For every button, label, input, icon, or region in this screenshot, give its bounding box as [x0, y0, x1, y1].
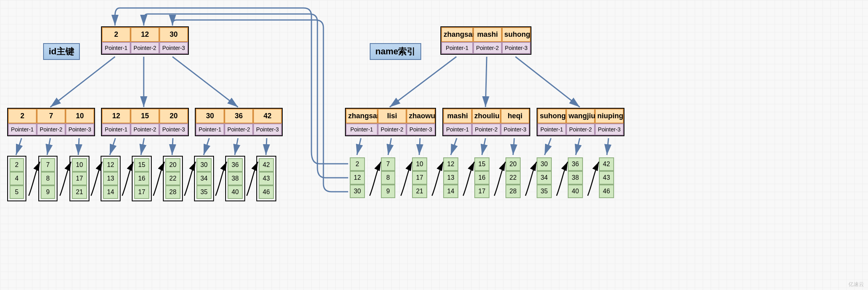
leaf-cell: 22: [505, 171, 521, 185]
leaf-cell: 30: [196, 158, 212, 172]
leaf-cell: 43: [599, 171, 614, 185]
leaf-cell: 5: [10, 185, 24, 199]
leaf-block: 101721: [69, 156, 89, 201]
svg-line-19: [482, 138, 486, 155]
leaf-cell: 20: [165, 158, 180, 172]
leaf-cell: 8: [41, 172, 55, 185]
leaf-cell: 36: [228, 158, 243, 172]
id-root-key: 2: [102, 27, 131, 42]
name-internal-key: zhouliu: [472, 109, 501, 123]
name-root-key: mashi: [473, 27, 502, 42]
svg-line-8: [172, 138, 173, 155]
svg-line-14: [515, 57, 580, 107]
svg-line-22: [576, 138, 580, 155]
id-internal-key: 2: [8, 109, 37, 123]
id-root-ptr: Pointer-2: [131, 42, 159, 54]
leaf-block: 363840: [225, 156, 245, 201]
name-internal-ptr: Pointer-2: [566, 123, 595, 135]
leaf-block: 121314: [101, 156, 121, 201]
leaf-block: 245: [7, 156, 26, 201]
leaf-block: 202228: [504, 156, 522, 200]
id-root-ptr: Pointer-3: [159, 42, 188, 54]
leaf-cell: 9: [41, 185, 55, 199]
leaf-cell: 28: [505, 185, 521, 198]
leaf-cell: 4: [10, 172, 24, 185]
svg-line-9: [204, 138, 209, 155]
id-internal-ptr: Pointer-1: [196, 123, 224, 135]
id-internal-key: 30: [196, 109, 224, 123]
leaf-block: 101721: [410, 156, 429, 200]
leaf-cell: 13: [443, 171, 458, 185]
leaf-block: 424346: [597, 156, 616, 200]
leaf-cell: 17: [412, 171, 427, 185]
leaf-cell: 34: [537, 171, 552, 185]
svg-line-15: [357, 138, 361, 155]
id-root-node: 2 12 30 Pointer-1 Pointer-2 Pointer-3: [101, 26, 189, 55]
svg-line-16: [388, 138, 391, 155]
id-internal-key: 15: [131, 109, 159, 123]
leaf-cell: 38: [228, 172, 243, 185]
svg-line-4: [47, 138, 50, 155]
id-internal-key: 36: [224, 109, 253, 123]
leaf-cell: 16: [474, 171, 489, 185]
name-tree-label: name索引: [370, 43, 421, 60]
svg-line-0: [50, 57, 115, 107]
id-root-key: 12: [131, 27, 159, 42]
id-root-key: 30: [159, 27, 188, 42]
leaf-cell: 34: [196, 172, 212, 185]
leaf-cell: 38: [568, 171, 583, 185]
leaf-cell: 35: [196, 185, 212, 199]
id-internal-ptr: Pointer-3: [65, 123, 94, 135]
name-internal-ptr: Pointer-2: [472, 123, 501, 135]
leaf-cell: 40: [568, 185, 583, 198]
name-root-key: zhangsan: [441, 27, 473, 42]
svg-line-2: [172, 57, 238, 107]
leaf-cell: 22: [165, 172, 180, 185]
name-root-ptr: Pointer-1: [441, 42, 473, 54]
leaf-cell: 14: [443, 185, 458, 198]
id-internal-node: 30 36 42 Pointer-1 Pointer-2 Pointer-3: [195, 108, 283, 136]
leaf-cell: 17: [134, 185, 149, 199]
leaf-cell: 20: [505, 157, 521, 171]
name-internal-key: heqi: [501, 109, 529, 123]
svg-line-10: [235, 138, 238, 155]
leaf-cell: 35: [537, 185, 552, 198]
leaf-cell: 42: [259, 158, 274, 172]
leaf-cell: 9: [381, 185, 395, 198]
name-internal-ptr: Pointer-2: [378, 123, 406, 135]
leaf-cell: 12: [103, 158, 118, 172]
name-internal-ptr: Pointer-3: [595, 123, 624, 135]
leaf-cell: 46: [599, 185, 614, 198]
watermark: 亿速云: [848, 281, 864, 288]
leaf-cell: 12: [350, 171, 365, 185]
name-internal-key: suhong: [537, 109, 566, 123]
leaf-cell: 7: [41, 158, 55, 172]
leaf-cell: 21: [72, 185, 87, 199]
id-internal-key: 42: [253, 109, 282, 123]
id-internal-ptr: Pointer-3: [253, 123, 282, 135]
svg-line-21: [545, 138, 551, 155]
leaf-block: 151617: [473, 156, 491, 200]
id-internal-node: 2 7 10 Pointer-1 Pointer-2 Pointer-3: [7, 108, 95, 136]
name-internal-node: mashi zhouliu heqi Pointer-1 Pointer-2 P…: [442, 108, 530, 136]
leaf-block: 363840: [566, 156, 585, 200]
svg-line-13: [486, 57, 487, 107]
leaf-cell: 28: [165, 185, 180, 199]
leaf-block: 424346: [256, 156, 276, 201]
id-internal-key: 7: [37, 109, 65, 123]
id-internal-node: 12 15 20 Pointer-1 Pointer-2 Pointer-3: [101, 108, 189, 136]
name-internal-ptr: Pointer-3: [501, 123, 529, 135]
name-internal-ptr: Pointer-1: [346, 123, 378, 135]
name-root-ptr: Pointer-2: [473, 42, 502, 54]
id-internal-ptr: Pointer-1: [102, 123, 131, 135]
id-internal-ptr: Pointer-2: [37, 123, 65, 135]
name-internal-key: wangjiu: [566, 109, 595, 123]
leaf-cell: 17: [474, 185, 489, 198]
id-internal-key: 12: [102, 109, 131, 123]
svg-line-6: [110, 138, 115, 155]
leaf-block: 303435: [535, 156, 553, 200]
svg-line-18: [451, 138, 457, 155]
svg-line-3: [16, 138, 22, 155]
svg-line-12: [390, 57, 456, 107]
leaf-cell: 12: [443, 157, 458, 171]
